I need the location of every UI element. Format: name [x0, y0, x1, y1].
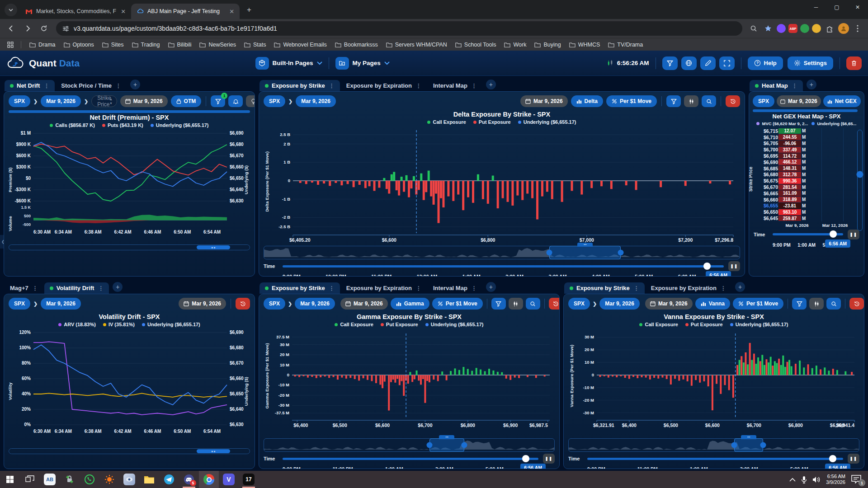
add-tab-button[interactable]: +: [486, 282, 496, 292]
pause-button[interactable]: ❚❚: [543, 454, 555, 464]
extensions-button[interactable]: [824, 23, 835, 34]
taskbar-app-v[interactable]: V: [219, 471, 239, 488]
date-pill[interactable]: Mar 9, 2026: [295, 298, 335, 310]
metric-pill[interactable]: Net GEX: [823, 95, 861, 107]
close-button[interactable]: ✕: [847, 0, 868, 14]
strike-range-brush[interactable]: ▪▪▪: [568, 438, 859, 452]
brush-selection[interactable]: ▪▪▪: [429, 438, 464, 452]
heatmap-row[interactable]: $6,71512.07M: [758, 128, 854, 134]
taskbar-app-chrome[interactable]: [199, 471, 219, 488]
date-pill[interactable]: Mar 9, 2026: [41, 298, 81, 310]
bookmark-folder[interactable]: Servers WHM/CPAN: [382, 40, 451, 49]
metric-pill[interactable]: Gamma: [391, 298, 429, 310]
kebab-icon[interactable]: ⋮: [33, 285, 38, 291]
heatmap-vertical-slider[interactable]: [857, 130, 863, 231]
extension-green-icon[interactable]: [800, 24, 809, 33]
heatmap-row[interactable]: $6,650983.10M: [758, 209, 854, 215]
taskbar-app-translator[interactable]: AB: [40, 471, 60, 488]
taskbar-app-photos[interactable]: [119, 471, 139, 488]
spea­ker-icon[interactable]: [812, 476, 821, 483]
panel-tab[interactable]: Exposure by Strike⋮: [564, 282, 645, 294]
panel-tab[interactable]: Exposure by Strike⋮: [259, 80, 340, 91]
vanna-chart[interactable]: 30 M20 M10 M0-10 M-20 M-30 M$6,321.91$6,…: [568, 328, 860, 436]
heatmap-row[interactable]: $6,705-96.06M: [758, 141, 854, 147]
panel-tab[interactable]: Net Drift⋮: [5, 80, 55, 91]
browser-menu-button[interactable]: [852, 23, 863, 34]
horizontal-scrollbar[interactable]: [753, 109, 858, 112]
delta-chart[interactable]: 2.5 B2 B1 B0-1 B-2 B-2.5 B$6,405.20$6,60…: [263, 126, 741, 244]
zoom-button[interactable]: [702, 95, 716, 107]
minimize-button[interactable]: ─: [806, 0, 826, 14]
help-button[interactable]: ? Help: [748, 56, 783, 70]
kebab-icon[interactable]: ⋮: [44, 83, 49, 89]
heatmap-cell[interactable]: 281.54: [778, 184, 801, 190]
bookmark-star-button[interactable]: [762, 23, 774, 34]
pause-button[interactable]: ❚❚: [848, 230, 859, 239]
forward-button[interactable]: [21, 22, 34, 35]
strike-price-input[interactable]: Strike Price ▲▼: [91, 95, 117, 107]
panel-tab[interactable]: Interval Map⋮: [428, 282, 482, 294]
chart-scrollbar[interactable]: ●●: [9, 448, 250, 454]
symbol-pill[interactable]: SPX: [9, 95, 30, 107]
panel-tab[interactable]: Exposure by Expiration⋮: [341, 282, 427, 294]
horizontal-scrollbar[interactable]: [9, 110, 250, 113]
slider-knob[interactable]: [857, 171, 863, 178]
browser-tab[interactable]: ABJ Main Page - Jeff Testing✕: [131, 4, 240, 19]
notification-button[interactable]: 1: [851, 474, 863, 484]
ideas-button[interactable]: [246, 95, 255, 107]
zoom-page-button[interactable]: [748, 23, 760, 34]
taskbar-app-telegram[interactable]: [159, 471, 179, 488]
heatmap-cell[interactable]: 148.31: [778, 165, 801, 171]
bookmark-folder[interactable]: Webnovel Emails: [270, 40, 330, 49]
filter-button[interactable]: [491, 298, 506, 310]
metric-pill[interactable]: Delta: [571, 95, 603, 107]
heatmap-cell[interactable]: 318.89: [778, 197, 801, 202]
date-pill[interactable]: Mar 9, 2026: [296, 95, 336, 107]
heatmap-cell[interactable]: 990.36: [778, 178, 801, 184]
tray-chevron-icon[interactable]: [789, 478, 796, 482]
replay-button[interactable]: [849, 298, 864, 310]
time-track[interactable]: [587, 458, 843, 460]
back-button[interactable]: [5, 22, 18, 35]
expiration-chip[interactable]: Mar 9, 2026: [777, 95, 821, 107]
heatmap-cell[interactable]: 466.12: [778, 159, 801, 165]
chart-style-button[interactable]: [809, 298, 824, 310]
expiration-chip[interactable]: Mar 9, 2026: [179, 298, 226, 310]
built-in-pages-menu[interactable]: Built-In Pages: [255, 57, 322, 70]
symbol-pill[interactable]: SPX: [568, 298, 590, 310]
panel-tab[interactable]: Stock Price / Time⋮: [56, 80, 127, 91]
mode-pill[interactable]: Per $1 Move: [606, 95, 657, 107]
heatmap-row[interactable]: $6,690466.12M: [758, 159, 854, 165]
new-tab-button[interactable]: +: [243, 4, 255, 16]
heatmap-row[interactable]: $6,695114.72M: [758, 153, 854, 159]
heatmap-row[interactable]: $6,700337.49M: [758, 146, 854, 153]
heatmap-row[interactable]: $6,685148.31M: [758, 165, 854, 172]
bookmark-folder[interactable]: Bilibili: [165, 40, 195, 49]
apps-grid-button[interactable]: [5, 39, 16, 51]
extension-yellow-icon[interactable]: [812, 24, 821, 33]
chart-style-button[interactable]: [509, 298, 523, 310]
panel-tab[interactable]: Exposure by Strike⋮: [259, 282, 340, 294]
taskbar-app-whatsapp[interactable]: [80, 471, 99, 488]
brush-handle-left[interactable]: [731, 442, 737, 448]
heatmap-row[interactable]: $6,665161.09M: [758, 190, 854, 197]
taskbar-app-discord[interactable]: 5: [179, 471, 199, 488]
browser-tab[interactable]: Market, Stocks, Commodities, F✕: [20, 4, 131, 19]
filter-button[interactable]: [792, 298, 807, 310]
volatility-chart[interactable]: 120%$6,690100%$6,68080%$6,67060%$6,66040…: [7, 328, 251, 446]
fullscreen-button[interactable]: [719, 56, 735, 70]
heatmap-cell[interactable]: 12.07: [778, 128, 801, 134]
tab-search-button[interactable]: [5, 4, 17, 16]
filter-button[interactable]: [666, 95, 681, 107]
panel-tab[interactable]: Exposure by Expiration⋮: [646, 282, 731, 294]
bookmark-folder[interactable]: WHMCS: [566, 40, 604, 49]
strike-range-brush[interactable]: ▪▪▪: [264, 438, 555, 452]
symbol-pill[interactable]: SPX: [264, 95, 285, 107]
panel-tab[interactable]: Volatility Drift⋮: [44, 282, 109, 294]
bookmark-folder[interactable]: Optoons: [60, 40, 98, 49]
heatmap-row[interactable]: $6,660318.89M: [758, 197, 854, 203]
brush-handle-right[interactable]: [618, 250, 624, 256]
microphone-icon[interactable]: [801, 476, 807, 483]
url-bar[interactable]: v3.quantdata.us/page/custom/3bdaa9b2-c8d…: [56, 21, 742, 36]
zoom-button[interactable]: [826, 298, 841, 310]
